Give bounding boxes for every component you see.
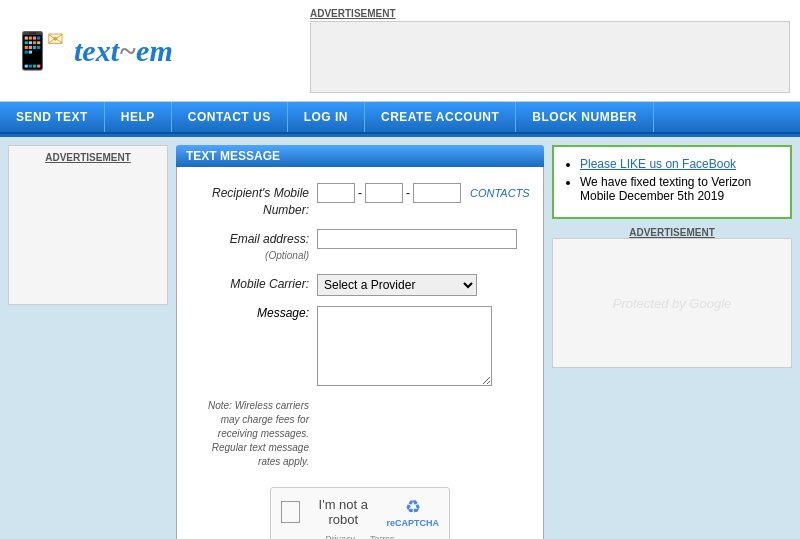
nav-help-button[interactable]: HELP [105,102,172,132]
right-ad-section: ADVERTISEMENT Protected by Google [552,227,792,368]
phone-dash-1: - [358,186,362,200]
carrier-label: Mobile Carrier: [187,274,317,293]
message-row: Message: [187,306,533,389]
notice-list: Please LIKE us on FaceBook We have fixed… [564,157,780,203]
phone-area-input[interactable] [317,183,355,203]
ad-top-label: ADVERTISEMENT [310,8,790,19]
google-ad-text: Protected by Google [613,296,732,311]
notice-text-2: We have fixed texting to Verizon Mobile … [580,175,751,203]
recaptcha-row: I'm not a robot ♻ reCAPTCHA [281,496,439,528]
carrier-select[interactable]: Select a Provider AT&T Verizon T-Mobile … [317,274,477,296]
nav-create-account-button[interactable]: CREATE ACCOUNT [365,102,516,132]
phone-dash-2: - [406,186,410,200]
carrier-row: Mobile Carrier: Select a Provider AT&T V… [187,274,533,296]
recaptcha-brand: reCAPTCHA [386,518,439,528]
phone-inputs: - - CONTACTS [317,183,533,203]
notice-box: Please LIKE us on FaceBook We have fixed… [552,145,792,219]
recipient-controls: - - CONTACTS [317,183,533,203]
recaptcha-separator: - [361,534,364,539]
nav-block-number-button[interactable]: BLOCK NUMBER [516,102,654,132]
main-content: ADVERTISEMENT TEXT MESSAGE Recipient's M… [0,137,800,539]
email-optional: (Optional) [265,250,309,261]
right-ad-label: ADVERTISEMENT [552,227,792,238]
left-ad-label: ADVERTISEMENT [45,152,131,163]
header: 📱 ✉ text~em ADVERTISEMENT [0,0,800,102]
message-note-row: Note: Wireless carriers may charge fees … [187,399,533,469]
email-row: Email address: (Optional) [187,229,533,265]
header-ad-area: ADVERTISEMENT [310,8,790,93]
recaptcha-container: I'm not a robot ♻ reCAPTCHA Privacy - Te… [270,487,450,539]
phone-prefix-input[interactable] [365,183,403,203]
nav-send-text-button[interactable]: SEND TEXT [0,102,105,132]
panel-body: Recipient's Mobile Number: - - CONTACTS … [176,167,544,539]
recaptcha-wrapper: I'm not a robot ♻ reCAPTCHA Privacy - Te… [187,477,533,539]
logo-text: text~em [74,36,173,66]
notice-item-2: We have fixed texting to Verizon Mobile … [580,175,780,203]
panel-title: TEXT MESSAGE [176,145,544,167]
left-ad-box: ADVERTISEMENT [8,145,168,305]
center-panel: TEXT MESSAGE Recipient's Mobile Number: … [176,145,544,539]
recaptcha-logo-block: ♻ reCAPTCHA [386,496,439,528]
right-ad-box: Protected by Google [552,238,792,368]
message-note: Note: Wireless carriers may charge fees … [187,399,317,469]
recaptcha-terms-link[interactable]: Terms [370,534,395,539]
right-panel: Please LIKE us on FaceBook We have fixed… [552,145,792,539]
recaptcha-icon: ♻ [386,496,439,518]
logo-area: 📱 ✉ text~em [10,33,173,69]
email-control [317,229,533,249]
contacts-link[interactable]: CONTACTS [470,187,530,199]
nav-log-in-button[interactable]: LOG IN [288,102,365,132]
message-control [317,306,533,389]
recaptcha-footer: Privacy - Terms [281,534,439,539]
ad-banner-top [310,21,790,93]
notice-item-1: Please LIKE us on FaceBook [580,157,780,171]
email-input[interactable] [317,229,517,249]
email-label: Email address: (Optional) [187,229,317,265]
recaptcha-checkbox[interactable] [281,501,300,523]
facebook-link[interactable]: Please LIKE us on FaceBook [580,157,736,171]
recaptcha-privacy-link[interactable]: Privacy [325,534,355,539]
carrier-control: Select a Provider AT&T Verizon T-Mobile … [317,274,533,296]
nav-contact-us-button[interactable]: CONTACT US [172,102,288,132]
navbar: SEND TEXT HELP CONTACT US LOG IN CREATE … [0,102,800,134]
recipient-label: Recipient's Mobile Number: [187,183,317,219]
recaptcha-label: I'm not a robot [308,497,378,527]
recipient-row: Recipient's Mobile Number: - - CONTACTS [187,183,533,219]
message-label: Message: [187,306,309,320]
left-sidebar: ADVERTISEMENT [8,145,168,539]
message-textarea[interactable] [317,306,492,386]
envelope-icon: ✉ [47,27,64,51]
phone-line-input[interactable] [413,183,461,203]
